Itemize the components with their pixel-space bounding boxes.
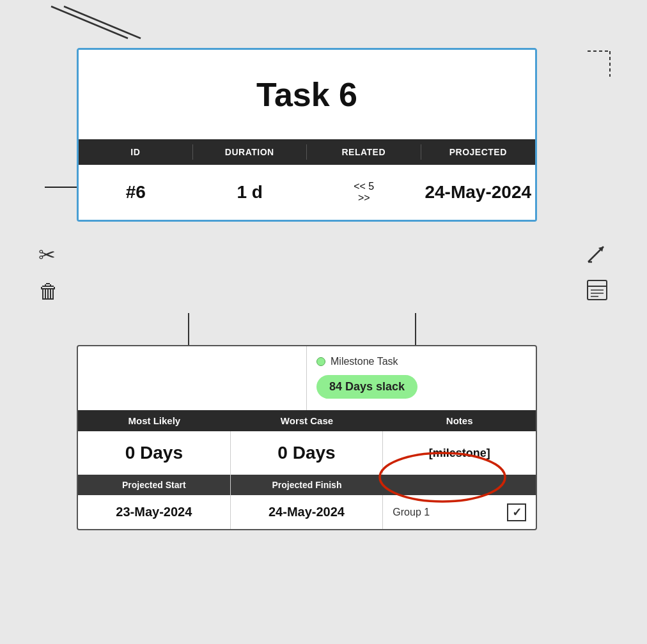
detail-top-left: [78, 346, 307, 410]
task-title[interactable]: Task 6: [256, 75, 357, 114]
notes-header: Notes: [383, 410, 536, 431]
task-card: Task 6 ID DURATION RELATED PROJECTED #6 …: [77, 48, 537, 222]
notes-value: [milestone]: [389, 447, 529, 460]
detail-top: Milestone Task 84 Days slack: [78, 346, 536, 410]
task-projected-value: 24-May-2024: [421, 176, 536, 209]
slack-badge: 84 Days slack: [316, 375, 417, 399]
projected-finish-value: 24-May-2024: [231, 495, 384, 529]
canvas: ✂ 🗑 Task 6 ID DURATION RELATED PROJECTED: [0, 0, 647, 644]
scissors-icon[interactable]: ✂: [38, 243, 59, 267]
duration-header: DURATION: [193, 144, 308, 160]
right-icons-mid: [586, 243, 609, 302]
task-title-area: Task 6: [79, 50, 535, 139]
card-lines-icon[interactable]: [586, 279, 609, 302]
detail-middle-header: Most Likely Worst Case Notes: [78, 410, 536, 431]
detail-bottom-header: Projected Start Projected Finish: [78, 475, 536, 495]
related-header: RELATED: [307, 144, 421, 160]
most-likely-header: Most Likely: [78, 410, 231, 431]
group-checkbox[interactable]: ✓: [507, 503, 526, 521]
projected-start-header: Projected Start: [78, 475, 231, 495]
svg-line-0: [51, 6, 128, 38]
projected-start-value: 23-May-2024: [78, 495, 231, 529]
notes-value-cell: [milestone]: [383, 440, 536, 466]
left-icons: ✂ 🗑: [38, 243, 59, 303]
projected-header: PROJECTED: [421, 144, 536, 160]
most-likely-value: 0 Days: [78, 431, 231, 475]
trash-icon[interactable]: 🗑: [38, 280, 59, 303]
svg-line-1: [64, 6, 141, 38]
task-header-row: ID DURATION RELATED PROJECTED: [79, 139, 535, 165]
empty-bottom-header: [383, 475, 536, 495]
pencil-diagonal-icon[interactable]: [586, 243, 609, 266]
task-duration-value: 1 d: [193, 176, 308, 209]
group-cell: Group 1 ✓: [383, 495, 536, 529]
task-id-value: #6: [79, 176, 193, 209]
milestone-indicator: Milestone Task: [316, 356, 398, 367]
detail-middle-data: 0 Days 0 Days [milestone]: [78, 431, 536, 475]
group-label: Group 1: [393, 507, 430, 518]
task-successor: >>: [307, 192, 421, 204]
worst-case-value: 0 Days: [231, 431, 384, 475]
id-header: ID: [79, 144, 193, 160]
milestone-dot: [316, 357, 325, 366]
milestone-label: Milestone Task: [331, 356, 398, 367]
worst-case-header: Worst Case: [231, 410, 384, 431]
detail-card: Milestone Task 84 Days slack Most Likely…: [77, 345, 537, 530]
task-predecessor: << 5: [307, 181, 421, 192]
detail-bottom-data: 23-May-2024 24-May-2024 Group 1 ✓: [78, 495, 536, 529]
dashed-bracket-svg: [581, 48, 616, 80]
detail-top-right: Milestone Task 84 Days slack: [307, 346, 536, 410]
projected-finish-header: Projected Finish: [231, 475, 384, 495]
task-related-value: << 5 >>: [307, 174, 421, 210]
task-data-row: #6 1 d << 5 >> 24-May-2024: [79, 165, 535, 220]
